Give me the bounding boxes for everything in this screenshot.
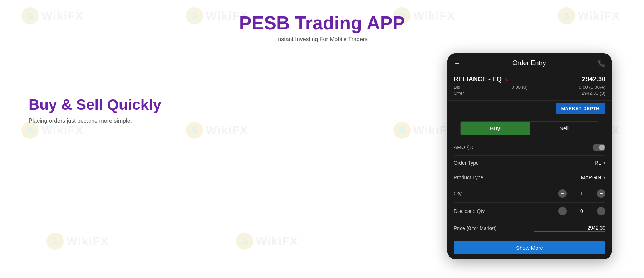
product-type-dropdown[interactable]: MARGIN ▾	[581, 175, 605, 180]
price-label: Price (0 for Market)	[454, 225, 497, 231]
buy-button[interactable]: Buy	[461, 122, 530, 135]
stock-info: RELIANCE - EQ NSE 2942.30 Bid 0.00 (0) 0…	[447, 71, 612, 101]
amo-toggle[interactable]	[593, 144, 605, 151]
bid-value: 0.00 (0)	[512, 84, 528, 90]
back-button[interactable]: ←	[454, 59, 461, 67]
qty-decrease-button[interactable]: −	[558, 189, 567, 198]
chevron-down-icon: ▾	[603, 160, 605, 165]
bid-label: Bid	[454, 84, 461, 90]
product-type-row: Product Type MARGIN ▾	[454, 170, 605, 185]
exchange-badge: NSE	[505, 77, 513, 82]
price-change: 0.00 (0.00%)	[579, 84, 605, 90]
show-more-button[interactable]: Show More	[454, 241, 605, 254]
qty-label: Qty	[454, 191, 462, 196]
phone-mockup: ← Order Entry 📞 RELIANCE - EQ NSE 2942.3…	[447, 53, 612, 259]
order-title: Order Entry	[512, 59, 546, 67]
disclosed-qty-label: Disclosed Qty	[454, 208, 485, 214]
section-heading: Buy & Sell Quickly	[29, 96, 444, 113]
order-type-dropdown[interactable]: RL ▾	[595, 160, 605, 166]
stock-price: 2942.30	[582, 75, 605, 83]
order-entry-header: ← Order Entry 📞	[447, 53, 612, 71]
offer-value: 2942.30 (3)	[582, 91, 606, 96]
market-depth-button[interactable]: MARKET DEPTH	[556, 103, 605, 114]
phone-call-icon[interactable]: 📞	[598, 59, 605, 67]
sell-button[interactable]: Sell	[530, 122, 599, 135]
qty-increase-button[interactable]: +	[597, 189, 605, 198]
disclosed-qty-decrease-button[interactable]: −	[558, 207, 567, 215]
header-section: PESB Trading APP Instant Investing For M…	[239, 0, 405, 43]
show-more-row: Show More	[447, 236, 612, 259]
amo-toggle-container	[593, 144, 605, 151]
amo-info-icon[interactable]: i	[467, 145, 473, 150]
qty-input[interactable]	[567, 190, 596, 197]
order-type-label: Order Type	[454, 160, 479, 166]
market-depth-row: MARKET DEPTH	[447, 101, 612, 117]
phone-mockup-container: ← Order Entry 📞 RELIANCE - EQ NSE 2942.3…	[444, 53, 615, 259]
price-row: Price (0 for Market)	[454, 220, 605, 236]
app-subtitle: Instant Investing For Mobile Traders	[239, 36, 405, 43]
order-form: AMO i Order Type RL	[447, 140, 612, 236]
product-type-label: Product Type	[454, 175, 483, 180]
amo-row: AMO i	[454, 140, 605, 156]
price-input[interactable]	[534, 224, 605, 232]
amo-label: AMO i	[454, 145, 473, 150]
chevron-down-icon-2: ▾	[603, 175, 605, 180]
stock-name: RELIANCE - EQ NSE	[454, 75, 513, 83]
qty-row: Qty − +	[454, 185, 605, 203]
offer-label: Offer	[454, 91, 464, 96]
qty-control: − +	[558, 189, 605, 198]
left-content: Buy & Sell Quickly Placing orders just b…	[29, 53, 444, 124]
buy-sell-section: Buy Sell	[447, 117, 612, 140]
toggle-knob	[599, 145, 605, 150]
disclosed-qty-row: Disclosed Qty − +	[454, 203, 605, 220]
disclosed-qty-input[interactable]	[567, 208, 596, 215]
order-type-row: Order Type RL ▾	[454, 156, 605, 170]
buy-sell-toggle: Buy Sell	[460, 121, 599, 135]
app-title: PESB Trading APP	[239, 13, 405, 33]
section-subtext: Placing orders just became more simple.	[29, 118, 444, 124]
disclosed-qty-increase-button[interactable]: +	[597, 207, 605, 215]
disclosed-qty-control: − +	[558, 207, 605, 215]
